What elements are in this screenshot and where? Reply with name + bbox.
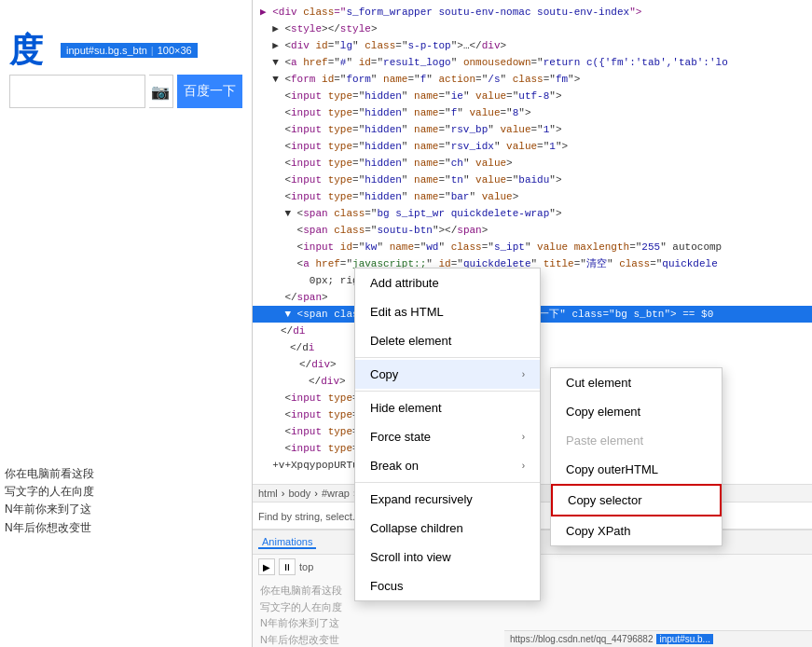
dom-line: ▶ <div id="lg" class="s-p-top">…</div> — [253, 37, 812, 54]
ctx-force-state-chevron: › — [522, 432, 525, 442]
ctx-copy-xpath[interactable]: Copy XPath — [551, 516, 722, 545]
bottom-text-line-3: N年前你来到了这 — [5, 501, 247, 518]
baidu-logo-text: 度 — [9, 32, 43, 69]
baidu-logo: 度 — [9, 28, 43, 74]
ctx-copy-chevron: › — [522, 369, 525, 379]
ctx-copy-element[interactable]: Copy element — [551, 397, 722, 426]
ctx-delete-element[interactable]: Delete element — [355, 326, 540, 355]
ctx-expand-recursively-label: Expand recursively — [370, 492, 473, 506]
dom-line: <input type="hidden" name="rsv_bp" value… — [253, 121, 812, 138]
dom-line: <span class="soutu-btn"></span> — [253, 222, 812, 239]
context-menu-primary: Add attribute Edit as HTML Delete elemen… — [354, 268, 541, 601]
search-input-box — [9, 75, 145, 108]
play-button[interactable]: ▶ — [258, 558, 275, 575]
ctx-copy-selector-label: Copy selector — [568, 493, 641, 507]
ctx-force-state-label: Force state — [370, 430, 431, 444]
ctx-force-state[interactable]: Force state › — [355, 422, 540, 451]
dom-line: <input id="kw" name="wd" class="s_ipt" v… — [253, 239, 812, 255]
ctx-scroll-into-view[interactable]: Scroll into view — [355, 543, 540, 571]
ctx-separator-1 — [355, 357, 540, 358]
ctx-edit-html[interactable]: Edit as HTML — [355, 297, 540, 326]
ctx-cut-element-label: Cut element — [566, 376, 631, 390]
baidu-search-button[interactable]: 百度一下 — [177, 75, 242, 108]
bottom-text-line-4: N年后你想改变世 — [5, 519, 247, 537]
tooltip-selector: input#su.bg.s_btn — [66, 45, 147, 56]
dom-line: <input type="hidden" name="rsv_idx" valu… — [253, 138, 812, 155]
ctx-separator-2 — [355, 391, 540, 392]
tab-animations[interactable]: Animations — [258, 536, 316, 549]
status-url: https://blog.csdn.net/qq_44796882 — [510, 634, 653, 644]
dom-line: <input type="hidden" name="ie" value="ut… — [253, 88, 812, 104]
tooltip-separator: | — [151, 45, 154, 56]
dom-line: ▼ <form id="form" name="f" action="/s" c… — [253, 71, 812, 88]
ctx-hide-element-label: Hide element — [370, 401, 442, 415]
ctx-add-attribute-label: Add attribute — [370, 276, 439, 290]
status-highlight-tag: input#su.b... — [656, 634, 712, 644]
ctx-focus[interactable]: Focus — [355, 571, 540, 600]
dom-line: ▼ <a href="#" id="result_logo" onmousedo… — [253, 54, 812, 71]
ctx-add-attribute[interactable]: Add attribute — [355, 268, 540, 297]
breadcrumb-wrap[interactable]: #wrap — [322, 488, 350, 499]
ctx-expand-recursively[interactable]: Expand recursively — [355, 485, 540, 514]
ctx-copy-xpath-label: Copy XPath — [566, 524, 630, 538]
ctx-break-on-label: Break on — [370, 459, 419, 473]
ctx-hide-element[interactable]: Hide element — [355, 393, 540, 422]
bottom-text-line-1: 你在电脑前看这段 — [5, 465, 247, 483]
ctx-paste-element: Paste element — [551, 426, 722, 455]
ctx-break-on[interactable]: Break on › — [355, 451, 540, 480]
top-label: top — [299, 561, 313, 572]
find-bar-label: Find by string, select... — [258, 511, 361, 522]
context-menu-secondary: Cut element Copy element Paste element C… — [550, 367, 723, 546]
ctx-separator-3 — [355, 482, 540, 483]
ctx-break-on-chevron: › — [522, 461, 525, 471]
dom-line: ▶ <style></style> — [253, 21, 812, 37]
ctx-delete-element-label: Delete element — [370, 334, 451, 348]
ctx-cut-element[interactable]: Cut element — [551, 368, 722, 397]
bottom-text-line-2: 写文字的人在向度 — [5, 483, 247, 501]
ctx-copy-selector[interactable]: Copy selector — [551, 484, 722, 516]
search-bar-area: 📷 百度一下 — [9, 75, 242, 108]
dom-line: ▶ <div class="s_form_wrapper soutu-env-n… — [253, 4, 812, 21]
breadcrumb-html[interactable]: html — [258, 488, 278, 499]
dom-line: <input type="hidden" name="tn" value="ba… — [253, 172, 812, 188]
element-tooltip: input#su.bg.s_btn | 100×36 — [61, 43, 198, 58]
ctx-edit-html-label: Edit as HTML — [370, 305, 444, 319]
ctx-copy-outerhtml-label: Copy outerHTML — [566, 462, 658, 476]
tooltip-dimensions: 100×36 — [158, 45, 192, 56]
ctx-copy-outerhtml[interactable]: Copy outerHTML — [551, 455, 722, 484]
breadcrumb-body[interactable]: body — [288, 488, 310, 499]
dom-line: <input type="hidden" name="ch" value> — [253, 155, 812, 172]
camera-icon-button[interactable]: 📷 — [149, 75, 173, 108]
status-bar: https://blog.csdn.net/qq_44796882 input#… — [504, 630, 812, 647]
dom-line: <input type="hidden" name="bar" value> — [253, 188, 812, 205]
dom-line: ▼ <span class="bg s_ipt_wr quickdelete-w… — [253, 205, 812, 222]
ctx-copy[interactable]: Copy › — [355, 360, 540, 389]
ctx-scroll-into-view-label: Scroll into view — [370, 550, 451, 564]
ctx-copy-label: Copy — [370, 367, 398, 381]
breadcrumb-sep1: › — [282, 488, 285, 499]
dom-line: <input type="hidden" name="f" value="8"> — [253, 104, 812, 121]
ctx-paste-element-label: Paste element — [566, 434, 643, 447]
panel-line-2: 写文字的人在向度 — [260, 599, 805, 616]
ctx-collapse-children[interactable]: Collapse children — [355, 514, 540, 543]
pause-button[interactable]: ⏸ — [279, 558, 296, 575]
breadcrumb-sep2: › — [314, 488, 318, 499]
ctx-copy-element-label: Copy element — [566, 405, 640, 419]
ctx-collapse-children-label: Collapse children — [370, 521, 463, 535]
ctx-focus-label: Focus — [370, 579, 403, 593]
left-panel: 度 input#su.bg.s_btn | 100×36 📷 百度一下 你在电脑… — [0, 0, 252, 647]
bottom-left-text: 你在电脑前看这段 写文字的人在向度 N年前你来到了这 N年后你想改变世 — [0, 461, 252, 647]
